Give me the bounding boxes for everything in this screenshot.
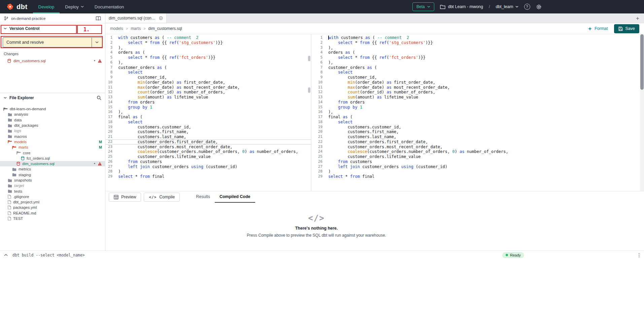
code-line-22[interactable]: 22 customer_orders.first_order_date,: [105, 140, 311, 145]
file-tree-item-analysis[interactable]: analysis: [0, 112, 105, 117]
version-control-header[interactable]: Version Control: [0, 24, 105, 34]
code-line-8[interactable]: 8 select: [315, 70, 644, 75]
file-tree-item-dim_customers.sql[interactable]: dim_customers.sql•: [0, 161, 105, 166]
tab-dim-customers-sql[interactable]: dim_customers.sql (confli...: [105, 13, 167, 23]
file-tree-item-macros[interactable]: macros: [0, 133, 105, 139]
code-line-17[interactable]: 17final as (: [315, 115, 644, 120]
diff-scrollbar[interactable]: [308, 34, 310, 191]
code-line-5[interactable]: 5 select * from {{ ref('fct_orders')}}: [315, 55, 644, 60]
code-line-19[interactable]: 19 customers.customer_id,: [105, 125, 311, 130]
editor-pane-left[interactable]: 1with customers as ( -- comment 22 selec…: [105, 34, 311, 191]
current-branch-row[interactable]: on-demand-practice: [0, 13, 105, 24]
code-line-3[interactable]: 3),: [315, 45, 644, 50]
code-line-10[interactable]: 10 min(order_date) as first_order_date,: [105, 80, 311, 85]
code-line-27[interactable]: 27 left join customer_orders using (cust…: [315, 164, 644, 169]
docs-book-icon[interactable]: [96, 16, 101, 21]
code-line-25[interactable]: 25 customer_orders.lifetime_value: [105, 154, 311, 159]
file-tree-item-target[interactable]: target: [0, 183, 105, 188]
code-line-7[interactable]: 7customer_orders as (: [105, 65, 311, 70]
file-tree-item-.gitignore[interactable]: .gitignore: [0, 194, 105, 199]
code-line-4[interactable]: 4orders as (: [105, 50, 311, 55]
file-explorer-header[interactable]: File Explorer: [0, 93, 105, 102]
code-line-9[interactable]: 9 customer_id,: [315, 75, 644, 80]
code-line-18[interactable]: 18 select: [105, 120, 311, 125]
code-line-20[interactable]: 20 customers.first_name,: [105, 129, 311, 134]
changed-file-row[interactable]: dim_customers.sql •: [0, 58, 105, 64]
code-line-15[interactable]: 15 group by 1: [105, 105, 311, 110]
code-line-14[interactable]: 14 from orders: [105, 100, 311, 105]
file-tree-item-packages.yml[interactable]: packages.yml: [0, 205, 105, 210]
file-tree-item-fct_orders.sql[interactable]: fct_orders.sql: [0, 156, 105, 161]
code-line-14[interactable]: 14 from orders: [315, 100, 644, 105]
code-line-26[interactable]: 26 from customers: [315, 159, 644, 164]
file-tree-item-marts[interactable]: martsM: [0, 145, 105, 150]
code-line-3[interactable]: 3),: [105, 45, 311, 50]
commit-options-chevron[interactable]: [92, 38, 102, 47]
editor-pane-right[interactable]: 1with customers as ( -- comment 22 selec…: [311, 34, 644, 191]
more-options-icon[interactable]: ⋮: [637, 252, 642, 258]
file-tree-item-data[interactable]: data: [0, 117, 105, 123]
vertical-scrollbar[interactable]: [640, 34, 644, 191]
branch-selector[interactable]: dbt_learn: [496, 4, 518, 9]
dbt-logo[interactable]: dbt: [0, 3, 33, 11]
file-tree-item-dbt-learn-on-demand[interactable]: dbt-learn-on-demand: [0, 106, 105, 112]
beta-dropdown[interactable]: Beta: [412, 2, 434, 11]
file-tree-item-snapshots[interactable]: snapshots: [0, 177, 105, 183]
file-tree-item-staging[interactable]: staging: [0, 172, 105, 177]
compile-button[interactable]: </> Compile: [144, 193, 180, 202]
code-line-9[interactable]: 9 customer_id,: [105, 75, 311, 80]
code-line-11[interactable]: 11 max(order_date) as most_recent_order_…: [105, 85, 311, 90]
file-tree-item-README.md[interactable]: README.md: [0, 210, 105, 216]
file-tree-item-dbt_project.yml[interactable]: dbt_project.yml: [0, 199, 105, 205]
code-line-12[interactable]: 12 count(order_id) as number_of_orders,: [105, 90, 311, 95]
code-line-28[interactable]: 28): [105, 169, 311, 174]
new-tab-button[interactable]: +: [636, 15, 639, 21]
code-line-29[interactable]: 29select * from final: [105, 174, 311, 179]
code-line-13[interactable]: 13 sum(amount) as lifetime_value: [315, 95, 644, 100]
code-line-27[interactable]: 27 left join customer_orders using (cust…: [105, 164, 311, 169]
breadcrumb-models[interactable]: models: [110, 26, 123, 31]
commit-and-resolve-button[interactable]: Commit and resolve: [3, 37, 102, 47]
nav-develop[interactable]: Develop: [33, 0, 60, 13]
code-line-1[interactable]: 1with customers as ( -- comment 2: [315, 35, 644, 40]
tab-results[interactable]: Results: [191, 191, 215, 203]
code-line-7[interactable]: 7customer_orders as (: [315, 65, 644, 70]
code-line-17[interactable]: 17final as (: [105, 115, 311, 120]
file-tree-item-logs[interactable]: logs: [0, 128, 105, 133]
code-line-11[interactable]: 11 max(order_date) as most_recent_order_…: [315, 85, 644, 90]
expand-command-bar-icon[interactable]: [4, 254, 8, 256]
preview-button[interactable]: Preview: [109, 193, 141, 202]
code-line-12[interactable]: 12 count(order_id) as number_of_orders,: [315, 90, 644, 95]
search-icon[interactable]: [97, 95, 101, 100]
code-line-1[interactable]: 1with customers as ( -- comment 2: [105, 35, 311, 40]
code-line-29[interactable]: 29select * from final: [315, 174, 644, 179]
file-tree-item-models[interactable]: modelsM: [0, 139, 105, 145]
scrollbar-thumb[interactable]: [640, 34, 644, 90]
save-button[interactable]: Save: [614, 24, 640, 33]
project-selector[interactable]: dbt Learn - mwong: [440, 4, 483, 9]
file-tree-item-TEST[interactable]: TEST: [0, 216, 105, 221]
code-line-4[interactable]: 4orders as (: [315, 50, 644, 55]
code-line-16[interactable]: 16),: [315, 110, 644, 115]
code-line-8[interactable]: 8 select: [105, 70, 311, 75]
code-line-20[interactable]: 20 customers.first_name,: [315, 129, 644, 134]
file-tree-item-metrics[interactable]: metrics: [0, 166, 105, 172]
file-tree-item-core[interactable]: core: [0, 150, 105, 155]
code-line-23[interactable]: 23 customer_orders.most_recent_order_dat…: [105, 145, 311, 150]
code-line-23[interactable]: 23 customer_orders.most_recent_order_dat…: [315, 145, 644, 150]
code-line-22[interactable]: 22 customer_orders.first_order_date,: [315, 140, 644, 145]
help-icon[interactable]: ?: [524, 4, 530, 10]
tab-compiled-code[interactable]: Compiled Code: [215, 191, 255, 203]
code-line-21[interactable]: 21 customers.last_name,: [315, 134, 644, 140]
code-line-2[interactable]: 2 select * from {{ ref('stg_customers')}…: [105, 40, 311, 45]
code-line-25[interactable]: 25 customer_orders.lifetime_value: [315, 154, 644, 159]
code-line-16[interactable]: 16),: [105, 110, 311, 115]
code-line-26[interactable]: 26 from customers: [105, 159, 311, 164]
code-line-28[interactable]: 28): [315, 169, 644, 174]
code-line-5[interactable]: 5 select * from {{ ref('fct_orders')}}: [105, 55, 311, 60]
format-button[interactable]: Format: [588, 26, 608, 31]
code-line-6[interactable]: 6),: [315, 60, 644, 65]
command-input[interactable]: dbt build --select <model_name>: [12, 253, 85, 258]
breadcrumb-marts[interactable]: marts: [131, 26, 141, 31]
code-line-6[interactable]: 6),: [105, 60, 311, 65]
